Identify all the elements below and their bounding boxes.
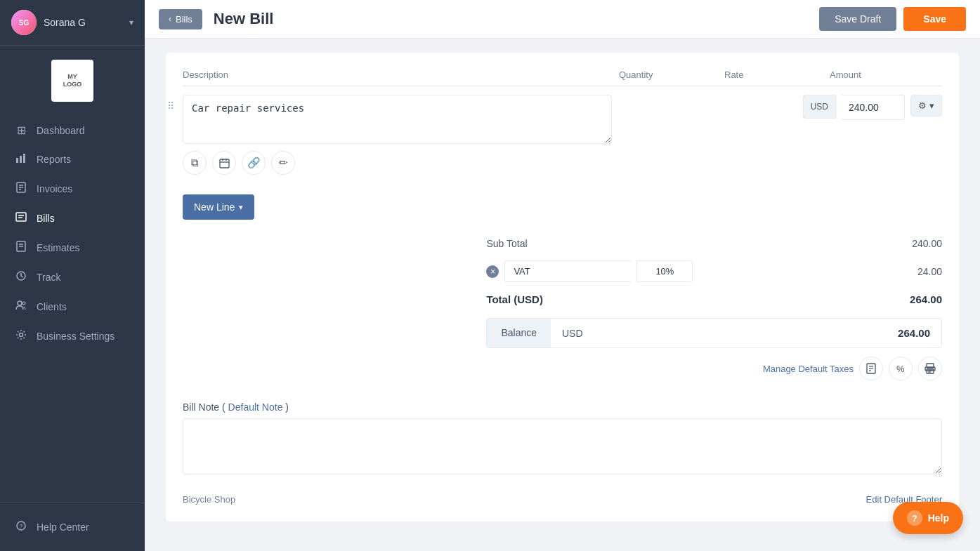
svg-point-14	[18, 301, 22, 305]
tax-row: × 24.00	[486, 256, 942, 286]
avatar: SG	[11, 10, 37, 35]
description-area: ⠿ Car repair services ⧉ 🔗	[183, 95, 612, 175]
chevron-down-icon: ▾	[929, 100, 934, 111]
sidebar-item-label: Estimates	[37, 242, 79, 253]
avatar-image: SG	[11, 10, 37, 35]
svg-rect-7	[16, 213, 26, 221]
svg-text:%: %	[896, 364, 905, 374]
help-center-label: Help Center	[37, 522, 89, 533]
total-label: Total (USD)	[486, 293, 543, 305]
subtotal-value: 240.00	[912, 238, 942, 249]
help-center-link[interactable]: ? Help Center	[14, 515, 131, 540]
total-row: Total (USD) 264.00	[486, 286, 942, 312]
new-line-area: New Line ▾	[183, 194, 942, 220]
back-button[interactable]: ‹ Bills	[159, 9, 202, 29]
manage-taxes-link[interactable]: Manage Default Taxes	[763, 364, 854, 374]
new-line-button[interactable]: New Line ▾	[183, 194, 254, 220]
sidebar-item-estimates[interactable]: Estimates	[0, 233, 145, 263]
sidebar-item-reports[interactable]: Reports	[0, 145, 145, 174]
printer-icon-btn[interactable]	[918, 357, 942, 380]
description-input[interactable]: Car repair services	[183, 95, 612, 144]
help-center-icon: ?	[14, 520, 28, 534]
default-note-link[interactable]: Default Note	[228, 401, 283, 413]
dashboard-icon: ⊞	[14, 124, 28, 137]
svg-text:?: ?	[20, 523, 23, 530]
col-amount: Amount	[830, 69, 942, 80]
drag-handle-icon[interactable]: ⠿	[167, 100, 174, 112]
svg-point-15	[22, 302, 25, 305]
svg-rect-29	[927, 369, 934, 373]
svg-rect-19	[220, 159, 229, 168]
line-item-actions: ⧉ 🔗 ✏	[183, 151, 612, 175]
help-icon: ?	[907, 510, 922, 526]
sidebar-item-dashboard[interactable]: ⊞ Dashboard	[0, 116, 145, 145]
sidebar-item-label: Clients	[37, 301, 67, 312]
content-area: Description Quantity Rate Amount ⠿ Car r…	[145, 39, 980, 551]
tax-document-icon-btn[interactable]	[859, 357, 883, 380]
link-icon[interactable]: 🔗	[242, 151, 266, 175]
tax-rate-input[interactable]	[636, 260, 693, 282]
col-quantity: Quantity	[619, 69, 717, 80]
back-label: Bills	[176, 14, 192, 25]
line-items-header: Description Quantity Rate Amount	[183, 69, 942, 86]
sidebar-item-label: Dashboard	[37, 125, 85, 136]
bill-note-label: Bill Note ( Default Note )	[183, 401, 942, 413]
table-row: ⠿ Car repair services ⧉ 🔗	[183, 86, 942, 183]
save-draft-button[interactable]: Save Draft	[819, 7, 896, 31]
svg-point-16	[20, 333, 23, 337]
company-name: Bicycle Shop	[183, 494, 235, 505]
bill-note-textarea[interactable]	[183, 418, 942, 474]
username: Sorana G	[44, 17, 129, 28]
tax-left: ×	[486, 260, 693, 282]
edit-icon[interactable]: ✏	[271, 151, 295, 175]
balance-content: USD 264.00	[551, 319, 941, 347]
subtotal-label: Sub Total	[486, 238, 527, 249]
company-logo: MYLOGO	[51, 60, 93, 102]
totals-section: Sub Total 240.00 × 24.00 Total (USD) 264…	[486, 231, 942, 380]
sidebar-item-business-settings[interactable]: Business Settings	[0, 321, 145, 351]
copy-icon[interactable]: ⧉	[183, 151, 207, 175]
sidebar-item-label: Bills	[37, 213, 55, 224]
percentage-icon-btn[interactable]: %	[889, 357, 913, 380]
bill-form: Description Quantity Rate Amount ⠿ Car r…	[166, 53, 959, 522]
bill-note-section: Bill Note ( Default Note )	[183, 401, 942, 477]
svg-rect-0	[16, 158, 18, 163]
sidebar-item-label: Reports	[37, 154, 71, 165]
gear-icon: ⚙	[918, 100, 927, 111]
save-button[interactable]: Save	[903, 7, 966, 31]
main-content: ‹ Bills New Bill Save Draft Save Descrip…	[145, 0, 980, 551]
sidebar-item-clients[interactable]: Clients	[0, 292, 145, 321]
line-settings-button[interactable]: ⚙ ▾	[910, 95, 942, 117]
bill-footer: Bicycle Shop Edit Default Footer	[183, 494, 942, 505]
invoices-icon	[14, 182, 28, 196]
balance-label: Balance	[487, 319, 551, 347]
svg-rect-1	[20, 156, 22, 163]
col-description: Description	[183, 69, 612, 80]
sidebar-item-track[interactable]: Track	[0, 263, 145, 292]
track-icon	[14, 270, 28, 284]
sidebar-footer: ? Help Center	[0, 503, 145, 551]
business-settings-icon	[14, 329, 28, 343]
main-nav: ⊞ Dashboard Reports I	[0, 109, 145, 503]
balance-row: Balance USD 264.00	[486, 318, 942, 348]
help-button[interactable]: ? Help	[893, 502, 963, 534]
tax-amount: 24.00	[900, 266, 942, 277]
total-value: 264.00	[910, 293, 942, 305]
sidebar-item-label: Business Settings	[37, 331, 115, 342]
chevron-down-icon: ▾	[239, 203, 243, 212]
user-menu[interactable]: SG Sorana G ▾	[0, 0, 145, 46]
calendar-icon[interactable]	[212, 151, 236, 175]
tax-name-input[interactable]	[504, 260, 631, 282]
subtotal-row: Sub Total 240.00	[486, 231, 942, 256]
remove-tax-button[interactable]: ×	[486, 265, 499, 278]
sidebar-item-label: Track	[37, 272, 60, 283]
sidebar-item-bills[interactable]: Bills	[0, 204, 145, 233]
sidebar-item-invoices[interactable]: Invoices	[0, 174, 145, 204]
chevron-down-icon: ▾	[129, 18, 133, 27]
help-label: Help	[928, 512, 949, 524]
page-title: New Bill	[214, 10, 819, 28]
sidebar-item-label: Invoices	[37, 183, 72, 194]
topbar: ‹ Bills New Bill Save Draft Save	[145, 0, 980, 39]
amount-input[interactable]	[842, 95, 905, 120]
new-line-label: New Line	[194, 201, 235, 213]
